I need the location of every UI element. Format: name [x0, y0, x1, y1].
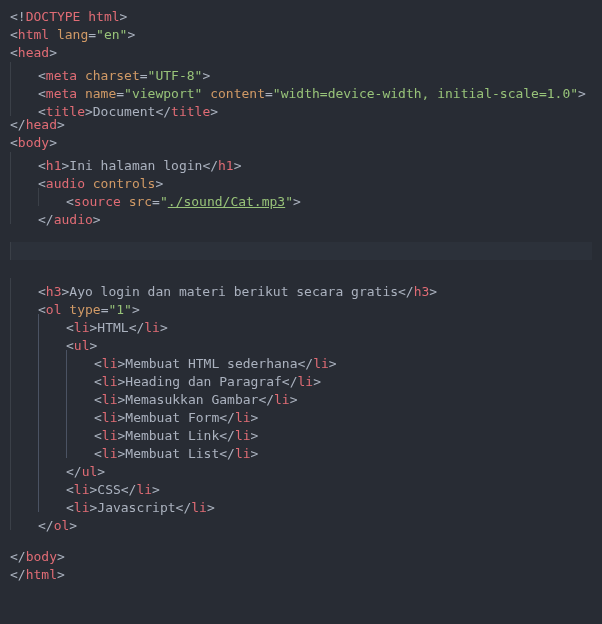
code-line[interactable]: <head>: [10, 44, 592, 62]
code-line[interactable]: <meta name="viewport" content="width=dev…: [10, 80, 592, 98]
code-line-cursor[interactable]: [10, 242, 592, 260]
code-line[interactable]: [10, 260, 592, 278]
code-line[interactable]: </ul>: [10, 458, 592, 476]
code-line[interactable]: <li>Heading dan Paragraf</li>: [10, 368, 592, 386]
code-line[interactable]: [10, 530, 592, 548]
code-line[interactable]: </body>: [10, 548, 592, 566]
code-line[interactable]: <meta charset="UTF-8">: [10, 62, 592, 80]
code-line[interactable]: <audio controls>: [10, 170, 592, 188]
code-editor[interactable]: <!DOCTYPE html> <html lang="en"> <head> …: [0, 0, 602, 592]
code-line[interactable]: <ul>: [10, 332, 592, 350]
code-line[interactable]: <source src="./sound/Cat.mp3">: [10, 188, 592, 206]
code-line[interactable]: <li>Memasukkan Gambar</li>: [10, 386, 592, 404]
code-line[interactable]: <li>Membuat Link</li>: [10, 422, 592, 440]
code-line[interactable]: </ol>: [10, 512, 592, 530]
code-line[interactable]: <h3>Ayo login dan materi berikut secara …: [10, 278, 592, 296]
code-line[interactable]: <li>Membuat Form</li>: [10, 404, 592, 422]
code-line[interactable]: </audio>: [10, 206, 592, 224]
code-line[interactable]: </head>: [10, 116, 592, 134]
code-line[interactable]: <body>: [10, 134, 592, 152]
code-line[interactable]: <li>HTML</li>: [10, 314, 592, 332]
code-line[interactable]: [10, 224, 592, 242]
code-line[interactable]: <!DOCTYPE html>: [10, 8, 592, 26]
code-line[interactable]: <li>Membuat List</li>: [10, 440, 592, 458]
code-line[interactable]: <html lang="en">: [10, 26, 592, 44]
code-line[interactable]: </html>: [10, 566, 592, 584]
code-line[interactable]: <li>CSS</li>: [10, 476, 592, 494]
code-line[interactable]: <li>Membuat HTML sederhana</li>: [10, 350, 592, 368]
code-line[interactable]: <ol type="1">: [10, 296, 592, 314]
code-line[interactable]: <li>Javascript</li>: [10, 494, 592, 512]
code-line[interactable]: <h1>Ini halaman login</h1>: [10, 152, 592, 170]
code-line[interactable]: <title>Document</title>: [10, 98, 592, 116]
